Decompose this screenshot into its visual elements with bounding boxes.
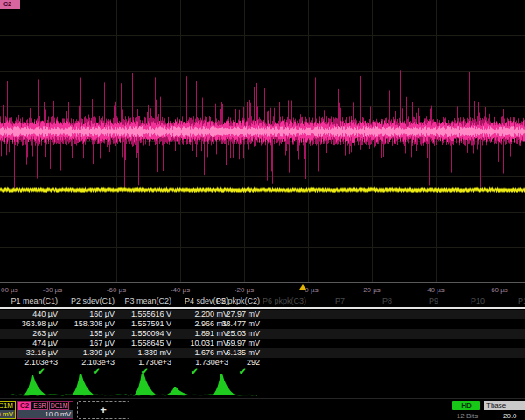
c2-dc1m-tag: DC1M [49,402,70,410]
timebase-value: 20.0 [503,412,517,420]
x-axis-tick: 0 µs [304,286,318,294]
graticule-border [0,282,525,283]
measure-param-header[interactable]: P3 mean(C2) [124,297,172,305]
measurement-value: 1.676 mV [194,348,228,358]
timebase-axis: 00 µs-80 µs-60 µs-40 µs-20 µs0 µs20 µs40… [0,284,525,297]
measurement-value: 1.557591 V [131,319,172,329]
measure-param-header[interactable]: P2 sdev(C1) [71,297,115,305]
measurement-row: 32.16 µV1.399 µV1.339 mV1.676 mV6.135 mV [0,348,525,358]
measurement-value: 1.891 mV [194,329,228,339]
measurement-value: 1.550094 V [131,329,172,339]
bottom-toolbar: DC1M 0 mV C2 ESRDC1M 10.0 mV + HD 12 Bit… [0,398,525,420]
x-axis-tick: 40 µs [427,286,444,294]
measurement-value: 263 µV [32,329,58,339]
measurement-value: 6.135 mV [226,348,260,358]
measurement-value: 59.97 mV [226,339,260,348]
measurement-value: 32.16 µV [26,348,58,358]
measure-param-header-inactive[interactable]: P1 [518,297,525,305]
measure-param-header[interactable]: P1 mean(C1) [10,297,58,305]
x-axis-tick: -60 µs [107,286,126,294]
c1-volts-per-div: 0 mV [0,410,15,418]
measurement-value: 1.558645 V [131,339,172,348]
measure-param-header-inactive[interactable]: P8 [382,297,392,305]
measurement-value: 155 µV [89,329,115,339]
measurement-row: 474 µV167 µV1.558645 V10.031 mV59.97 mV [0,339,525,348]
x-axis-tick: 00 µs [1,286,18,294]
channel-c1-descriptor[interactable]: DC1M 0 mV [0,401,16,419]
measurement-value: 1.339 mV [137,348,172,358]
x-axis-tick: 20 µs [363,286,381,294]
oscilloscope-screen: C2 00 µs-80 µs-60 µs-40 µs-20 µs0 µs20 µ… [0,0,525,420]
measurement-row: 440 µV160 µV1.555616 V2.200 mV27.97 mV [0,310,525,319]
measure-param-header[interactable]: P5 pkpk(C2) [216,297,260,305]
trace-descriptor-badge[interactable]: C2 [0,0,20,9]
measure-param-header-inactive[interactable]: P10 [471,297,485,305]
x-axis-tick: -80 µs [43,286,62,294]
measure-param-header-inactive[interactable]: P6 pkpk(C3) [262,297,306,305]
c1-coupling-tag: DC1M [0,402,15,410]
measurement-row: 363.98 µV158.308 µV1.557591 V2.966 mV33.… [0,319,525,329]
waveform-graticule[interactable] [0,0,525,282]
histogram-trend-trace [0,374,262,398]
measurement-value: 474 µV [32,339,58,348]
hd-mode-badge[interactable]: HD [452,401,480,410]
measurement-value: 440 µV [32,310,58,319]
measurement-rows: 440 µV160 µV1.555616 V2.200 mV27.97 mV36… [0,310,525,368]
measurement-value: 2.200 mV [194,310,228,319]
measurement-value: 160 µV [89,310,115,319]
trigger-time-marker[interactable] [299,284,306,290]
measure-param-header-inactive[interactable]: P9 [429,297,438,305]
measurement-table: P1 mean(C1)P2 sdev(C1)P3 mean(C2)P4 sdev… [0,297,525,379]
channel-c2-descriptor[interactable]: C2 ESRDC1M 10.0 mV [18,401,74,419]
x-axis-tick: -40 µs [171,286,190,294]
table-separator [0,307,525,309]
x-axis-tick: -20 µs [234,286,254,294]
measurement-value: 1.555616 V [131,310,172,319]
measurement-value: 25.03 mV [226,329,260,339]
c2-volts-per-div: 10.0 mV [18,410,73,418]
timebase-descriptor[interactable]: Tbase [484,401,525,410]
measurement-value: 363.98 µV [22,319,58,329]
c2-esr-tag: ESR [32,402,47,410]
measurement-value: 1.399 µV [83,348,115,358]
measure-param-header-inactive[interactable]: P7 [335,297,345,305]
hd-bits-label: 12 Bits [452,412,482,420]
c2-channel-chip: C2 [18,402,31,410]
add-trace-button[interactable]: + [77,401,130,419]
measurement-value: 10.031 mV [190,339,228,348]
measurement-header-row: P1 mean(C1)P2 sdev(C1)P3 mean(C2)P4 sdev… [0,297,525,307]
x-axis-tick: 60 µs [491,286,508,294]
measurement-value: 27.97 mV [226,310,260,319]
measurement-row: 263 µV155 µV1.550094 V1.891 mV25.03 mV [0,329,525,339]
measurement-value: 167 µV [89,339,115,348]
measurement-value: 158.308 µV [74,319,115,329]
measurement-value: 33.477 mV [221,319,260,329]
